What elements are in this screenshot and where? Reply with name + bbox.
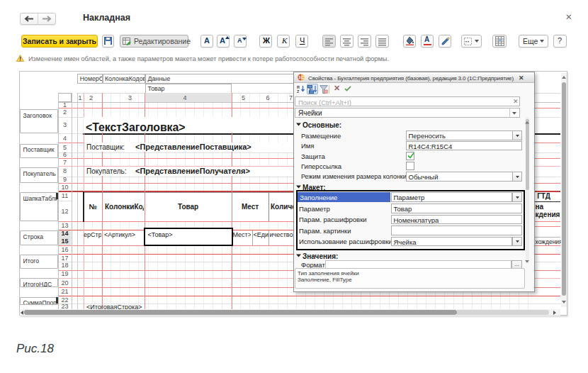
svg-text:1C: 1C [298,75,304,79]
svg-text:Z: Z [297,89,300,94]
